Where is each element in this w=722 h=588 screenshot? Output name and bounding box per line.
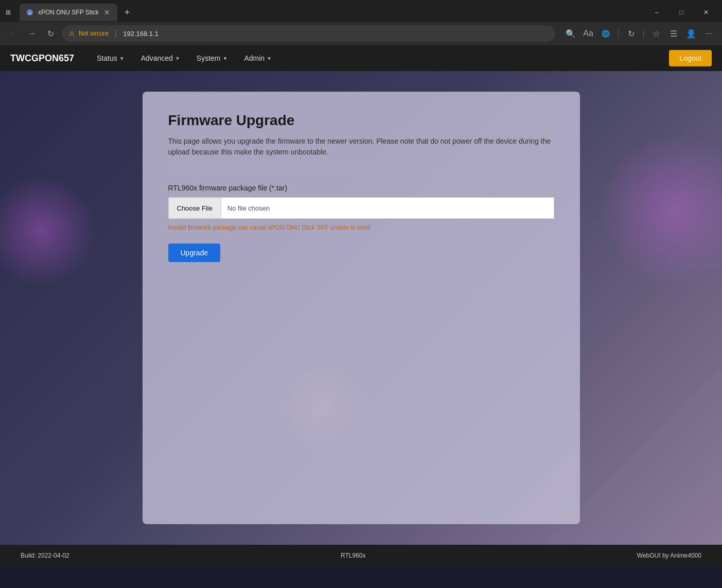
grid-view-icon[interactable]: ⊞: [4, 8, 12, 16]
new-tab-button[interactable]: +: [120, 5, 134, 20]
favorites-icon[interactable]: ☆: [649, 26, 663, 41]
footer-build: Build: 2022-04-02: [21, 552, 69, 559]
more-options-icon[interactable]: ···: [701, 26, 716, 41]
forward-button[interactable]: →: [25, 26, 39, 41]
window-controls-left: ⊞: [4, 8, 12, 16]
browser-tab-active[interactable]: x xPON ONU SFP Stick ✕: [20, 4, 117, 21]
advanced-caret-icon: ▼: [175, 56, 180, 61]
bg-circle-left: [0, 174, 98, 287]
nav-menu: Status ▼ Advanced ▼ System ▼ Admin ▼: [90, 50, 669, 66]
nav-item-advanced[interactable]: Advanced ▼: [134, 50, 187, 66]
toolbar-separator-2: [643, 28, 644, 39]
bg-circle-right: [598, 133, 722, 287]
tab-bar: ⊞ x xPON ONU SFP Stick ✕ + – □ ✕: [0, 0, 722, 22]
url-display[interactable]: 192.168.1.1: [123, 30, 159, 38]
toolbar-icons: 🔍 Aa 🌐 ↻ ☆ ☰ 👤 ···: [563, 26, 716, 41]
warning-message: Invalid firmware package can cause xPON …: [168, 224, 554, 231]
status-caret-icon: ▼: [119, 56, 125, 61]
file-input-row: Choose File No file chosen: [168, 197, 554, 219]
reader-mode-icon[interactable]: Aa: [581, 26, 595, 41]
tab-close-button[interactable]: ✕: [103, 8, 111, 16]
app-nav: TWCGPON657 Status ▼ Advanced ▼ System ▼ …: [0, 45, 722, 71]
search-toolbar-icon[interactable]: 🔍: [563, 26, 578, 41]
address-input-wrap[interactable]: ⚠ Not secure | 192.168.1.1: [62, 25, 555, 42]
content-wrapper: Firmware Upgrade This page allows you up…: [0, 71, 722, 545]
upgrade-button[interactable]: Upgrade: [168, 244, 221, 262]
footer: Build: 2022-04-02 RTL960x WebGUI by Anim…: [0, 545, 722, 566]
choose-file-button[interactable]: Choose File: [169, 198, 221, 218]
toolbar-separator: [618, 28, 619, 39]
profile-icon[interactable]: 👤: [684, 26, 698, 41]
collections-icon[interactable]: ☰: [666, 26, 681, 41]
window-controls-right: – □ ✕: [645, 5, 718, 20]
logout-button[interactable]: Logout: [669, 50, 712, 66]
divider: |: [115, 29, 117, 38]
minimize-button[interactable]: –: [645, 5, 668, 20]
tab-favicon: x: [26, 8, 34, 16]
section-divider: [168, 168, 554, 168]
tab-bar-left: ⊞ x xPON ONU SFP Stick ✕ +: [4, 4, 134, 21]
not-secure-label: Not secure: [79, 30, 109, 37]
close-button[interactable]: ✕: [694, 5, 718, 20]
footer-credits: WebGUI by Anime4000: [637, 552, 701, 559]
file-name-display: No file chosen: [221, 198, 554, 218]
page-title: Firmware Upgrade: [168, 112, 554, 129]
tab-title: xPON ONU SFP Stick: [38, 9, 99, 16]
footer-chip: RTL960x: [341, 552, 365, 559]
back-button[interactable]: ←: [6, 26, 21, 41]
address-bar: ← → ↻ ⚠ Not secure | 192.168.1.1 🔍 Aa 🌐 …: [0, 22, 722, 45]
refresh-page-icon[interactable]: ↻: [624, 26, 638, 41]
page-card: Firmware Upgrade This page allows you up…: [143, 92, 580, 524]
admin-caret-icon: ▼: [267, 56, 272, 61]
nav-item-status[interactable]: Status ▼: [90, 50, 132, 66]
nav-item-system[interactable]: System ▼: [189, 50, 235, 66]
brand-name: TWCGPON657: [10, 53, 74, 64]
not-secure-icon: ⚠: [69, 30, 75, 37]
svg-text:x: x: [29, 11, 31, 15]
refresh-button[interactable]: ↻: [43, 26, 58, 41]
browser-chrome: ⊞ x xPON ONU SFP Stick ✕ + – □ ✕ ← → ↻ ⚠…: [0, 0, 722, 45]
nav-item-admin[interactable]: Admin ▼: [237, 50, 279, 66]
file-field-label: RTL960x firmware package file (*.tar): [168, 184, 554, 192]
system-caret-icon: ▼: [223, 56, 228, 61]
page-description: This page allows you upgrade the firmwar…: [168, 136, 554, 158]
browser-sync-icon[interactable]: 🌐: [598, 26, 613, 41]
maximize-button[interactable]: □: [670, 5, 693, 20]
